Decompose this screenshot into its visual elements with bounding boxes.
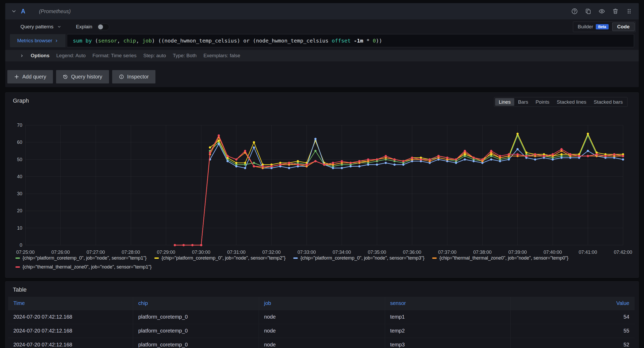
table-panel-title: Table (13, 286, 27, 293)
table-cell: 54 (510, 310, 635, 324)
legend-label: {chip="thermal_thermal_zone0", job="node… (439, 255, 568, 261)
table-cell: 2024-07-20 07:42:12.168 (8, 310, 133, 324)
explain-toggle[interactable] (97, 24, 109, 30)
promql-token: , (136, 38, 142, 44)
promql-token: sensor (98, 38, 117, 44)
query-option-summary: Step: auto (143, 53, 166, 59)
graph-mode-stacked-bars[interactable]: Stacked bars (590, 98, 626, 106)
legend-item[interactable]: {chip="thermal_thermal_zone0", job="node… (432, 255, 568, 261)
table-header-row: TimechipjobsensorValue (8, 297, 635, 310)
svg-text:07:26:00: 07:26:00 (51, 250, 70, 255)
legend-item[interactable]: {chip="thermal_thermal_zone0", job="node… (15, 264, 151, 270)
editor-mode-code[interactable]: Code (612, 23, 635, 31)
query-toolbar: Query patterns Explain Builder Beta Code (5, 21, 639, 33)
svg-text:0: 0 (20, 242, 22, 248)
svg-text:60: 60 (17, 140, 22, 145)
table-column-header-chip[interactable]: chip (133, 297, 259, 310)
svg-text:07:33:00: 07:33:00 (297, 250, 316, 255)
help-icon[interactable] (571, 7, 578, 15)
table-cell: 52 (510, 338, 635, 348)
graph-mode-switch: LinesBarsPointsStacked linesStacked bars (494, 97, 627, 107)
legend-swatch (15, 257, 20, 259)
table-cell: temp1 (385, 310, 510, 324)
add-query-button[interactable]: Add query (7, 70, 53, 83)
svg-text:50: 50 (17, 157, 22, 162)
promql-token: sum (73, 38, 82, 44)
query-patterns-button[interactable]: Query patterns (20, 24, 61, 30)
legend-swatch (432, 257, 437, 259)
table-panel: Table TimechipjobsensorValue 2024-07-20 … (5, 281, 639, 348)
plus-icon (14, 74, 19, 79)
chevron-right-icon (55, 39, 58, 43)
query-action-buttons: Add queryQuery historyInspector (7, 70, 155, 83)
graph-mode-bars[interactable]: Bars (514, 98, 532, 106)
svg-text:07:27:00: 07:27:00 (86, 250, 105, 255)
svg-text:07:42:00: 07:42:00 (614, 250, 632, 255)
svg-text:07:32:00: 07:32:00 (262, 250, 281, 255)
promql-token: chip (123, 38, 136, 44)
legend-label: {chip="platform_coretemp_0", job="node",… (161, 255, 285, 261)
legend-swatch (293, 257, 298, 259)
svg-text:70: 70 (17, 123, 22, 128)
chevron-right-icon (20, 54, 24, 58)
svg-text:07:30:00: 07:30:00 (192, 250, 210, 255)
table-column-header-sensor[interactable]: sensor (385, 297, 510, 310)
legend-item[interactable]: {chip="platform_coretemp_0", job="node",… (154, 255, 285, 261)
graph-mode-points[interactable]: Points (532, 98, 553, 106)
query-header-actions (571, 7, 633, 15)
legend-label: {chip="platform_coretemp_0", job="node",… (23, 255, 147, 261)
datasource-name: (Prometheus) (39, 8, 71, 14)
time-series-chart[interactable]: 07:25:0007:26:0007:27:0007:28:0007:29:00… (6, 108, 639, 255)
promql-token: -1m (354, 38, 363, 44)
svg-text:10: 10 (17, 225, 22, 231)
results-table-wrap: TimechipjobsensorValue 2024-07-20 07:42:… (8, 297, 635, 348)
editor-mode-builder[interactable]: Builder Beta (574, 24, 612, 30)
legend-swatch (154, 257, 159, 259)
graph-panel: Graph LinesBarsPointsStacked linesStacke… (5, 92, 639, 278)
promql-token: offset (332, 38, 350, 44)
metrics-browser-button[interactable]: Metrics browser (10, 34, 66, 47)
trash-icon[interactable] (611, 7, 619, 15)
promql-token: ) ((node_hwmon_temp_celsius) or (node_hw… (152, 38, 332, 44)
svg-text:30: 30 (17, 191, 22, 196)
collapse-chevron-icon[interactable] (11, 8, 17, 14)
legend-label: {chip="platform_coretemp_0", job="node",… (300, 255, 424, 261)
query-ref-id[interactable]: A (21, 8, 25, 15)
inspector-button[interactable]: Inspector (112, 70, 155, 83)
metrics-browser-label: Metrics browser (17, 38, 52, 44)
query-options-bar[interactable]: Options Legend: AutoFormat: Time seriesS… (5, 50, 639, 61)
svg-text:07:31:00: 07:31:00 (227, 250, 246, 255)
legend-label: {chip="thermal_thermal_zone0", job="node… (23, 264, 151, 270)
table-column-header-value[interactable]: Value (510, 297, 635, 310)
table-row: 2024-07-20 07:42:12.168platform_coretemp… (8, 310, 635, 324)
graph-mode-stacked-lines[interactable]: Stacked lines (553, 98, 590, 106)
drag-handle-icon[interactable] (625, 7, 633, 15)
info-circle-icon (119, 74, 124, 79)
table-cell: 2024-07-20 07:42:12.168 (8, 338, 133, 348)
query-option-summary: Exemplars: false (203, 53, 240, 59)
table-column-header-job[interactable]: job (259, 297, 385, 310)
svg-text:07:41:00: 07:41:00 (579, 250, 597, 255)
legend-item[interactable]: {chip="platform_coretemp_0", job="node",… (15, 255, 147, 261)
beta-badge: Beta (596, 24, 608, 29)
eye-icon[interactable] (598, 7, 606, 15)
chevron-down-icon (57, 25, 61, 29)
promql-token: ( (92, 38, 98, 44)
explain-label: Explain (76, 24, 92, 30)
query-history-button[interactable]: Query history (56, 70, 109, 83)
table-cell: platform_coretemp_0 (133, 338, 259, 348)
promql-input[interactable]: sum by (sensor, chip, job) ((node_hwmon_… (67, 34, 634, 47)
toggle-knob (98, 24, 103, 29)
svg-text:07:34:00: 07:34:00 (333, 250, 351, 255)
graph-mode-lines[interactable]: Lines (495, 98, 514, 106)
svg-text:07:29:00: 07:29:00 (157, 250, 175, 255)
table-column-header-time[interactable]: Time (8, 297, 133, 310)
promql-token (351, 38, 354, 44)
copy-icon[interactable] (584, 7, 592, 15)
history-icon (63, 74, 68, 79)
table-cell: 55 (510, 324, 635, 338)
results-table: TimechipjobsensorValue 2024-07-20 07:42:… (8, 297, 635, 348)
query-row-header[interactable]: A (Prometheus) (5, 3, 639, 19)
legend-item[interactable]: {chip="platform_coretemp_0", job="node",… (293, 255, 424, 261)
svg-text:07:28:00: 07:28:00 (122, 250, 140, 255)
